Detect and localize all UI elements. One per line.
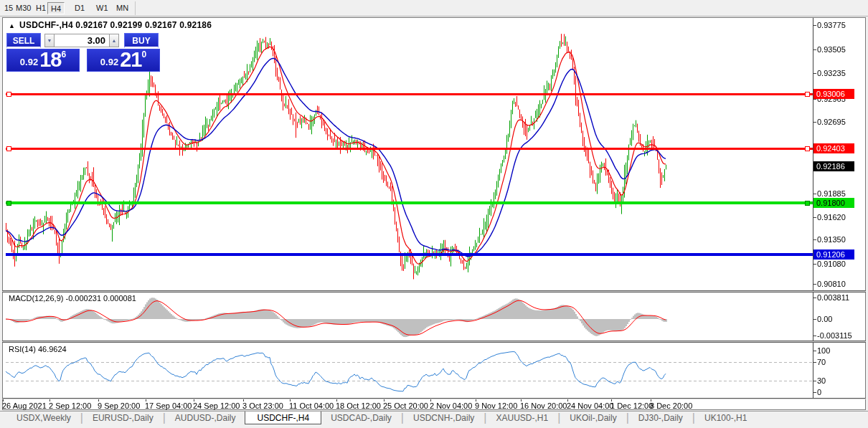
macd-tick-label: 0.00 xyxy=(817,315,832,323)
price-line-label: 0.92186 xyxy=(813,161,854,171)
volume-increase-button[interactable]: ▲ xyxy=(109,34,119,47)
chart-title-text: USDCHF-,H4 0.92167 0.92199 0.92167 0.921… xyxy=(19,20,212,30)
rsi-tick-label: 30 xyxy=(817,376,826,385)
support-line[interactable] xyxy=(6,201,813,204)
price-tick-label: 0.91080 xyxy=(817,260,846,268)
time-axis-splitter xyxy=(2,398,866,399)
price-tick-label: 0.91885 xyxy=(817,189,846,198)
spinner-up-icon: ▲ xyxy=(112,38,117,43)
time-axis-label: 11 Oct 04:00 xyxy=(289,401,334,410)
price-tick-label: 0.93505 xyxy=(817,45,846,54)
resistance-line-2-handle[interactable] xyxy=(6,146,11,151)
time-axis-label: 24 Sep 12:00 xyxy=(193,401,240,410)
chart-tab-usdcnh-daily[interactable]: USDCNH-,Daily xyxy=(404,412,483,424)
sell-price-panel[interactable]: 0.92186 xyxy=(6,49,80,72)
chart-tab-bar: USDX,Weekly|EURUSD-,Daily|AUDUSD-,DailyU… xyxy=(0,411,868,424)
buy-price-digits: 21 xyxy=(120,50,141,70)
resistance-line-2[interactable] xyxy=(6,148,813,150)
chart-tab-ukoil-daily[interactable]: UKOil-,Daily xyxy=(560,412,626,424)
price-line-label: 0.91206 xyxy=(813,249,854,260)
time-axis-label: 25 Oct 20:00 xyxy=(383,401,428,410)
price-tick-label: 0.91620 xyxy=(817,213,846,222)
trading-terminal: 15M30H1H4D1W1MN ▲USDCHF-,H4 0.92167 0.92… xyxy=(0,0,868,428)
macd-indicator-label: MACD(12,26,9) -0.000231 0.000081 xyxy=(9,294,136,303)
chart-tab-eurusd-daily[interactable]: EURUSD-,Daily xyxy=(83,412,163,424)
macd-tick-label: -0.003115 xyxy=(817,331,852,340)
price-line-label: 0.93006 xyxy=(813,89,854,99)
price-tick-label: 0.90810 xyxy=(817,280,846,288)
chart-tab-usdx-weekly[interactable]: USDX,Weekly xyxy=(7,412,80,424)
collapse-arrow-icon[interactable]: ▲ xyxy=(9,22,15,29)
rsi-panel-splitter[interactable] xyxy=(2,341,866,343)
time-axis-label: 2 Nov 04:00 xyxy=(430,401,472,410)
chart-tab-audusd-daily[interactable]: AUDUSD-,Daily xyxy=(166,412,245,424)
time-axis-label: 2 Sep 12:00 xyxy=(49,401,91,410)
price-line-label: 0.92403 xyxy=(813,143,854,153)
price-line-label: 0.91800 xyxy=(813,198,854,208)
time-axis-label: 3 Oct 23:00 xyxy=(242,401,283,410)
price-tick-label: 0.92695 xyxy=(817,118,846,126)
time-axis-label: 8 Dec 20:00 xyxy=(650,401,692,410)
support-line-handle[interactable] xyxy=(6,201,11,206)
chart-tab-uk100-h1[interactable]: UK100-,H1 xyxy=(695,412,756,424)
time-axis-label: 26 Aug 2021 xyxy=(2,401,47,410)
resistance-line-2-handle[interactable] xyxy=(805,146,810,151)
buy-price-pip: 0 xyxy=(141,50,146,59)
time-axis-label: 18 Oct 12:00 xyxy=(336,401,381,410)
time-axis-label: 24 Nov 04:00 xyxy=(567,401,613,410)
rsi-tick-label: 100 xyxy=(817,346,830,355)
rsi-tick-label: 70 xyxy=(817,358,826,366)
spinner-down-icon: ▼ xyxy=(47,38,52,43)
time-axis-label: 17 Sep 04:00 xyxy=(145,401,192,410)
chart-tab-xauusd-h1[interactable]: XAUUSD-,H1 xyxy=(487,412,558,424)
sell-price-pip: 6 xyxy=(61,50,66,59)
rsi-indicator-label: RSI(14) 46.9624 xyxy=(9,345,67,353)
chart-tab-dj30-daily[interactable]: DJ30-,Daily xyxy=(629,412,692,424)
rsi-tick-label: 0 xyxy=(817,388,821,396)
macd-panel-splitter[interactable] xyxy=(2,290,866,293)
buy-button[interactable]: BUY xyxy=(124,33,159,48)
support-line-handle[interactable] xyxy=(805,201,810,206)
chart-tab-usdchf-h4[interactable]: USDCHF-,H4 xyxy=(245,412,321,424)
price-tick-label: 0.91350 xyxy=(817,235,846,244)
buy-price-panel[interactable]: 0.92210 xyxy=(87,49,160,72)
sell-price-prefix: 0.92 xyxy=(20,55,38,70)
resistance-line-1-handle[interactable] xyxy=(6,92,11,97)
chart-tab-usdcad-daily[interactable]: USDCAD-,Daily xyxy=(321,412,401,424)
resistance-line-1[interactable] xyxy=(6,93,813,95)
time-axis-label: 9 Nov 12:00 xyxy=(475,401,517,410)
price-tick-label: 0.93235 xyxy=(817,69,846,77)
time-axis-label: 16 Nov 20:00 xyxy=(520,401,567,410)
chart-title: ▲USDCHF-,H4 0.92167 0.92199 0.92167 0.92… xyxy=(9,20,212,30)
one-click-trading-widget: SELL ▼ ▲ BUY 0.92186 0.92210 xyxy=(6,33,160,72)
volume-decrease-button[interactable]: ▼ xyxy=(44,34,55,47)
lower-line[interactable] xyxy=(6,253,813,256)
time-axis-label: 9 Sep 20:00 xyxy=(98,401,140,410)
volume-input[interactable] xyxy=(55,34,109,47)
price-tick-label: 0.93775 xyxy=(817,21,846,29)
sell-price-digits: 18 xyxy=(39,50,61,70)
resistance-line-1-handle[interactable] xyxy=(805,92,810,97)
time-axis-label: 1 Dec 12:00 xyxy=(610,401,653,410)
sell-button[interactable]: SELL xyxy=(6,33,41,48)
buy-price-prefix: 0.92 xyxy=(100,55,118,70)
macd-tick-label: 0.003811 xyxy=(817,293,849,302)
